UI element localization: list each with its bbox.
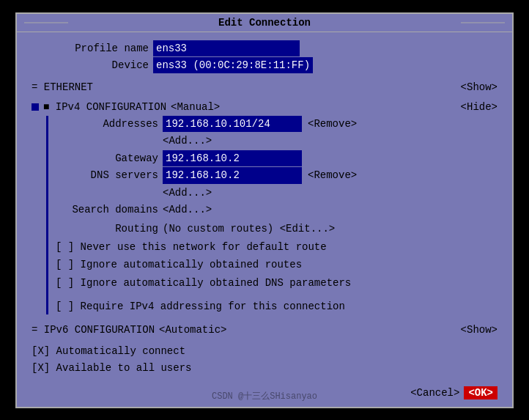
checkbox3-label[interactable]: [ ] Ignore automatically obtained DNS pa… [56, 275, 351, 291]
search-domains-row: Search domains <Add...> [56, 202, 497, 218]
ipv4-details: Addresses 192.168.10.101/24 <Remove> <Ad… [46, 116, 497, 314]
profile-name-value[interactable]: ens33 [153, 40, 300, 56]
content-area: Profile name ens33 Device ens33 (00:0C:2… [17, 32, 512, 385]
ipv4-section-row: ■ IPv4 CONFIGURATION <Manual> <Hide> [32, 99, 497, 115]
ipv4-indicator [32, 103, 39, 111]
ipv4-section-left: ■ IPv4 CONFIGURATION <Manual> [32, 99, 220, 115]
profile-name-row: Profile name ens33 [32, 40, 497, 56]
terminal-window: Edit Connection Profile name ens33 Devic… [15, 12, 514, 408]
auto-connect-row[interactable]: [X] Automatically connect [32, 343, 497, 359]
checkbox2-label[interactable]: [ ] Ignore automatically obtained routes [56, 257, 302, 273]
ipv6-section-left: = IPv6 CONFIGURATION <Automatic> [32, 322, 226, 338]
ipv6-show[interactable]: <Show> [461, 322, 497, 338]
search-domains-add[interactable]: <Add...> [163, 202, 212, 218]
dns-remove[interactable]: <Remove> [308, 167, 357, 183]
auto-connect-label[interactable]: [X] Automatically connect [32, 343, 185, 359]
window-title: Edit Connection [218, 17, 311, 29]
ethernet-section: = ETHERNET <Show> [32, 79, 497, 95]
checkbox1-row[interactable]: [ ] Never use this network for default r… [56, 239, 497, 255]
checkbox3-row[interactable]: [ ] Ignore automatically obtained DNS pa… [56, 275, 497, 291]
addresses-row: Addresses 192.168.10.101/24 <Remove> [56, 116, 497, 132]
ipv4-label: ■ IPv4 CONFIGURATION [43, 99, 166, 115]
profile-name-label: Profile name [32, 40, 149, 56]
routing-value[interactable]: (No custom routes) <Edit...> [163, 221, 335, 237]
ipv4-mode[interactable]: <Manual> [171, 99, 220, 115]
checkbox4-label[interactable]: [ ] Require IPv4 addressing for this con… [56, 298, 345, 314]
ipv4-hide[interactable]: <Hide> [461, 99, 497, 115]
gateway-label: Gateway [56, 150, 158, 166]
dns-label: DNS servers [56, 167, 158, 183]
device-row: Device ens33 (00:0C:29:8E:11:FF) [32, 57, 497, 73]
routing-row: Routing (No custom routes) <Edit...> [56, 221, 497, 237]
checkbox4-row[interactable]: [ ] Require IPv4 addressing for this con… [56, 298, 497, 314]
routing-label: Routing [56, 221, 158, 237]
addresses-value[interactable]: 192.168.10.101/24 [163, 116, 302, 132]
screen: Edit Connection Profile name ens33 Devic… [0, 0, 529, 420]
ipv6-label: = IPv6 CONFIGURATION [32, 322, 155, 338]
gateway-value[interactable]: 192.168.10.2 [163, 150, 302, 166]
search-domains-label: Search domains [56, 202, 158, 218]
checkbox2-row[interactable]: [ ] Ignore automatically obtained routes [56, 257, 497, 273]
dns-add[interactable]: <Add...> [163, 185, 212, 201]
ethernet-show[interactable]: <Show> [461, 79, 497, 95]
addresses-add-row: <Add...> [56, 133, 497, 149]
ipv6-mode[interactable]: <Automatic> [159, 322, 226, 338]
title-bar: Edit Connection [17, 14, 512, 32]
dns-row: DNS servers 192.168.10.2 <Remove> [56, 167, 497, 183]
dns-add-row: <Add...> [56, 185, 497, 201]
ethernet-label: = ETHERNET [32, 79, 93, 95]
all-users-label[interactable]: [X] Available to all users [32, 360, 191, 376]
watermark: CSDN @十三么SHisanyao [17, 390, 512, 402]
addresses-label: Addresses [56, 116, 158, 132]
all-users-row[interactable]: [X] Available to all users [32, 360, 497, 376]
ipv6-section: = IPv6 CONFIGURATION <Automatic> <Show> [32, 322, 497, 338]
device-value[interactable]: ens33 (00:0C:29:8E:11:FF) [153, 57, 313, 73]
gateway-row: Gateway 192.168.10.2 [56, 150, 497, 166]
addresses-remove[interactable]: <Remove> [308, 116, 357, 132]
addresses-add[interactable]: <Add...> [163, 133, 212, 149]
dns-value[interactable]: 192.168.10.2 [163, 167, 302, 183]
checkbox1-label[interactable]: [ ] Never use this network for default r… [56, 239, 327, 255]
device-label: Device [32, 57, 149, 73]
